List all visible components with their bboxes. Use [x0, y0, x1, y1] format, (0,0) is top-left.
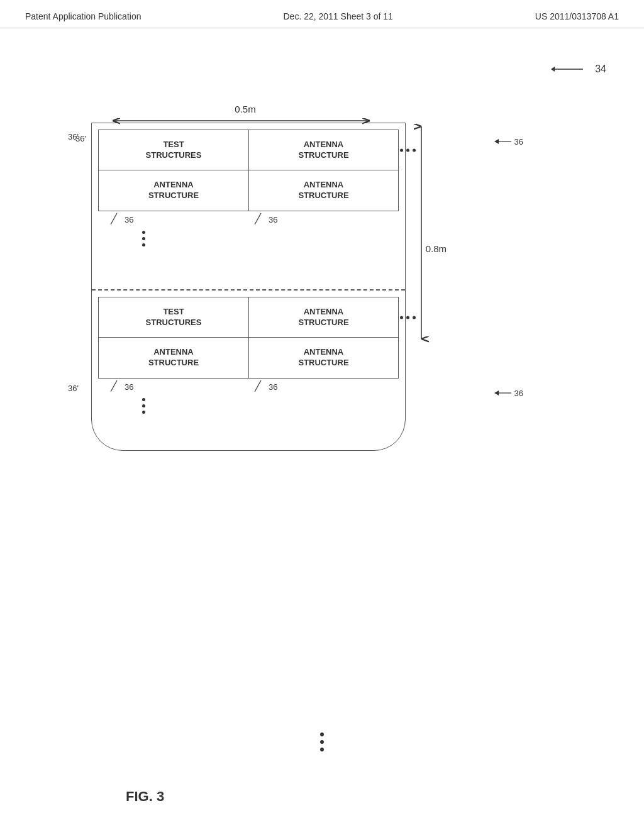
ref-36-label-2: 36 — [255, 213, 277, 226]
cell-bottom-3: ANTENNASTRUCTURE — [98, 338, 248, 379]
cell-grid-bottom-row2: ANTENNASTRUCTURE ANTENNASTRUCTURE — [98, 338, 399, 379]
svg-marker-9 — [494, 139, 499, 144]
ref-36-top-right: 36 — [496, 136, 523, 147]
page-header: Patent Application Publication Dec. 22, … — [0, 0, 644, 28]
ref-34-label: 34 — [555, 63, 606, 75]
cell-top-1: TESTSTRUCTURES — [98, 130, 248, 170]
label-col-right: 36 — [248, 213, 399, 226]
ref-36-prime-bottom-label: 36' — [68, 384, 79, 393]
ref-36-label-4: 36 — [255, 380, 277, 393]
ref-36-label-1: 36 — [111, 213, 133, 226]
height-arrow: 0.8m — [415, 123, 428, 374]
svg-line-5 — [111, 380, 117, 392]
section-bottom: TESTSTRUCTURES ANTENNASTRUCTURE — [92, 290, 405, 450]
dots-bottom-col — [98, 398, 399, 419]
header-date-sheet: Dec. 22, 2011 Sheet 3 of 11 — [283, 11, 392, 21]
section-top: TESTSTRUCTURES ANTENNASTRUCTURE — [92, 123, 405, 290]
svg-marker-11 — [494, 390, 499, 396]
height-label: 0.8m — [426, 243, 447, 254]
cell-bottom-4: ANTENNASTRUCTURE — [248, 338, 399, 379]
svg-line-4 — [255, 213, 261, 224]
bottom-dots — [320, 733, 324, 751]
dots-top-col — [98, 231, 399, 252]
svg-marker-1 — [551, 67, 555, 72]
fig-label: FIG. 3 — [126, 788, 164, 805]
header-publication: Patent Application Publication — [25, 11, 141, 21]
cell-labels-top: 36 36 — [98, 213, 399, 230]
width-arrow: 0.5m — [110, 104, 380, 125]
main-content: 34 0.5m 36' — [0, 28, 644, 821]
svg-line-3 — [111, 213, 117, 224]
cell-bottom-2: ANTENNASTRUCTURE — [248, 297, 399, 338]
diagram-wrapper: 36' TESTSTRUCTURES ANTENNASTRUCTURE — [50, 123, 428, 451]
cell-top-2: ANTENNASTRUCTURE — [248, 130, 399, 170]
cell-grid-top-row2: ANTENNASTRUCTURE ANTENNASTRUCTURE — [98, 170, 399, 211]
cell-grid-top: TESTSTRUCTURES ANTENNASTRUCTURE — [98, 130, 399, 170]
cell-top-3: ANTENNASTRUCTURE — [98, 170, 248, 211]
ref-36-bottom-right: 36 — [496, 388, 523, 398]
cell-top-4: ANTENNASTRUCTURE — [248, 170, 399, 211]
header-patent-number: US 2011/0313708 A1 — [535, 11, 619, 21]
cell-bottom-1: TESTSTRUCTURES — [98, 297, 248, 338]
outer-box: TESTSTRUCTURES ANTENNASTRUCTURE — [91, 123, 406, 451]
svg-line-6 — [255, 380, 261, 392]
cell-labels-bottom: 36 36 — [98, 380, 399, 397]
cell-grid-bottom: TESTSTRUCTURES ANTENNASTRUCTURE — [98, 297, 399, 338]
ref-36-label-3: 36 — [111, 380, 133, 393]
label-col-left: 36 — [98, 213, 248, 226]
ref-36-prime-top-label: 36' — [68, 132, 79, 141]
